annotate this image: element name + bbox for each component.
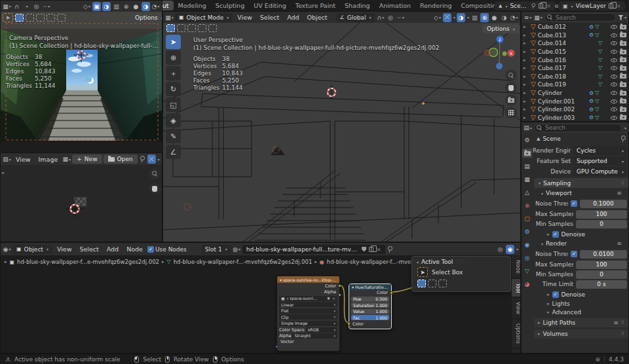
color-input-socket[interactable] [347,322,351,325]
menu-object[interactable]: Object [304,14,331,21]
image-browse-icon[interactable]: ▦▾ [62,155,71,164]
image-editor[interactable]: ▨▾ View Image ▦▾ + New Open ⤬ ▾ ◂ [0,153,162,242]
chevron-down-icon[interactable]: ▾ [417,260,419,264]
list-item[interactable]: ▸▽Cylinder⚙▽ [522,89,628,98]
show-gizmo-icon[interactable]: ◇▾ [433,13,442,22]
render-preview-icon[interactable]: ◑ [457,13,465,22]
tool-measure[interactable]: ∠ [166,145,181,159]
list-item[interactable]: ▸▽Cube.015▽ [522,48,628,56]
scene-selector[interactable]: ▲ ▾ Scene × [495,1,555,10]
hide-icon[interactable] [611,66,617,70]
hide-icon[interactable] [611,33,617,37]
select-box-tool-icon[interactable]: ➤ [417,267,428,277]
disable-render-icon[interactable] [620,58,626,62]
material-name-field[interactable]: hd-blue-sky-wallpaper-full...ture-mvehfq… [242,245,385,254]
render-preview-icon[interactable]: ◑ [102,2,111,11]
hide-icon[interactable] [611,82,617,86]
viewport-options-button[interactable]: Options▾ [130,13,162,22]
snap-options-icon[interactable]: ▾ [22,2,31,11]
menu-image[interactable]: Image [35,156,62,163]
advanced-row[interactable]: ▸Advanced [533,308,629,316]
shader-type-dropdown[interactable]: ▣Object▾ [12,245,52,254]
value-slider[interactable]: Value1.000 [351,309,389,314]
list-item[interactable]: ▸▽Cube.019▽ [522,81,628,89]
lights-row[interactable]: ▸Lights [533,299,629,308]
disable-render-icon[interactable] [620,115,626,120]
alpha-output-socket[interactable] [338,293,341,297]
disable-render-icon[interactable] [620,91,626,96]
feature-set-dropdown[interactable]: Supported▾ [573,156,627,166]
tab-constraints[interactable]: ◎ [522,253,532,263]
pin-icon[interactable] [387,246,392,253]
select-mode-new-icon[interactable] [166,24,175,32]
tool-select-box[interactable]: ➤ [166,35,181,49]
tab-node[interactable]: Node [512,256,521,278]
fake-user-icon[interactable] [362,247,366,252]
min-samples-field[interactable]: 0 [576,270,627,279]
properties-editor[interactable]: ▤▾ ▾ ⚙ ▤ ▦ △ ⊕ ▢ ⚙ ◉ ◎ ▽ ◕ ▲ Scene Rende… [521,122,629,354]
tab-view[interactable]: View [512,298,521,318]
perspective-toggle-icon[interactable] [505,107,517,118]
color-output-socket[interactable] [338,284,341,287]
max-samples-field[interactable]: 100 [576,261,627,269]
modifier-icon[interactable]: ⚙ [589,115,594,120]
view-layer-selector[interactable]: ▣ ▾ ViewLayer × [559,1,625,10]
shading-rendered-icon[interactable]: ◔▾ [151,2,160,11]
close-icon[interactable]: × [546,3,551,9]
select-mode-new-icon[interactable] [15,14,24,22]
close-icon[interactable]: × [616,3,621,9]
list-item[interactable]: ▸▽Cube.016▽ [522,56,628,64]
proportional-falloff-icon[interactable]: ~▾ [396,13,404,22]
select-mode-extend-icon[interactable] [428,280,436,287]
outliner[interactable]: ≡▾ ▦▾ ▾ ▸▽Cube.012⚙▽ ▸▽Cube.013⚙▽ ▸▽Cube… [521,11,629,122]
transform-orientation-dropdown[interactable]: ∠Global▾ [336,13,375,22]
tab-scene[interactable]: △ [522,188,532,197]
list-item[interactable]: ▸▽Cube.014▽ [522,39,628,48]
shading-rendered-icon[interactable]: ◔▾ [510,13,518,22]
modifier-icon[interactable]: ⚙ [589,32,594,38]
tab-tool[interactable]: Tool [512,279,521,297]
outliner-search-input[interactable] [544,13,616,22]
select-mode-new-icon[interactable] [417,280,426,287]
min-samples-field[interactable]: 0 [576,220,627,228]
shading-wireframe-icon[interactable]: ⊕ [480,13,489,22]
modifier-icon[interactable]: ⚙ [589,107,594,113]
select-mode-invert-icon[interactable] [198,24,206,32]
select-mode-extend-icon[interactable] [177,24,185,32]
chevron-down-icon[interactable]: ▾ [624,126,626,130]
shading-wireframe-icon[interactable]: ⊕ [122,2,130,11]
list-item[interactable]: ▸▽Cylinder.002⚙▽ [522,105,628,114]
noise-threshold-field[interactable]: 0.0100 [580,250,627,259]
hide-icon[interactable] [611,25,617,29]
active-tool-select-icon[interactable]: ➤ [3,13,13,22]
user-viewport[interactable]: ▦▾ ▣Object Mode▾ View Select Add Object … [162,11,521,242]
select-mode-subtract-icon[interactable] [438,280,447,287]
tool-scale[interactable]: ◱ [166,98,181,112]
workspace-tab-animation[interactable]: Animation [375,1,415,10]
menu-node[interactable]: Node [123,246,146,253]
zoom-tool-icon[interactable] [505,69,517,81]
shading-solid-icon[interactable]: ● [132,2,140,11]
shader-editor[interactable]: ◉▾ ▣Object▾ View Select Add Node ✓ Use N… [0,242,521,354]
menu-select[interactable]: Select [76,246,102,253]
gizmo-toggle-icon[interactable]: ⤬ [147,155,156,164]
tab-modifiers[interactable]: ⚙ [522,227,532,236]
select-mode-invert-icon[interactable] [47,14,55,22]
menu-view[interactable]: View [234,14,256,21]
viewport-subpanel-header[interactable]: ▾Viewport≡ [533,189,629,198]
sampling-panel-header[interactable]: ▾Sampling⠿ [534,178,628,188]
disable-render-icon[interactable] [620,41,626,46]
source-dropdown[interactable]: Single Image▾ [279,321,337,326]
overlays-toggle-icon[interactable]: ◉ [506,245,514,254]
copy-icon[interactable] [609,3,613,9]
device-dropdown[interactable]: GPU Compute▾ [573,167,627,176]
disable-render-icon[interactable] [620,74,626,79]
workspace-tab-uv-editing[interactable]: UV Editing [249,1,291,10]
tab-view-layer[interactable]: ▦ [522,175,532,184]
hue-slider[interactable]: Hue0.500 [351,297,389,302]
tool-rotate[interactable]: ↻ [166,82,181,96]
shading-material-icon[interactable]: ◑ [142,2,150,11]
tool-cursor[interactable]: ⊕ [166,50,181,65]
close-icon[interactable]: × [376,246,381,253]
tab-object[interactable]: ▢ [522,214,532,223]
